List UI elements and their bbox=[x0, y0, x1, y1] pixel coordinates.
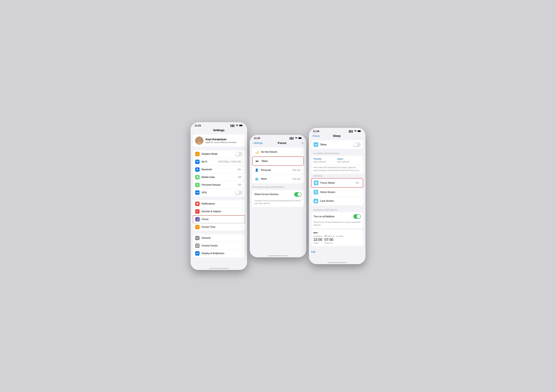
bluetooth-item[interactable]: B Bluetooth On › bbox=[193, 166, 245, 173]
hotspot-icon bbox=[195, 183, 200, 187]
svg-point-27 bbox=[316, 182, 317, 183]
screen-time-icon: ⏱ bbox=[195, 225, 200, 229]
focus-item-highlighted[interactable]: 🌙 Focus › bbox=[193, 215, 245, 223]
bedtime-day: Today bbox=[314, 242, 322, 244]
home-indicator-1 bbox=[191, 265, 247, 270]
allowed-people-apps-row[interactable]: People › None allowed Apps › None allowe… bbox=[311, 156, 363, 165]
battery-icon-3 bbox=[357, 130, 361, 133]
bluetooth-chevron: › bbox=[242, 168, 242, 171]
general-item[interactable]: ⚙ General › bbox=[193, 234, 245, 242]
personal-action: Set Up bbox=[293, 169, 300, 172]
profile-section[interactable]: Asya Karapetyan Apple ID, iCloud, Media … bbox=[193, 134, 245, 147]
wakeup-day: Tomorrow bbox=[324, 242, 344, 244]
notifications-item[interactable]: Notifications › bbox=[193, 200, 245, 208]
nav-bar-2: ‹ Settings Focus + bbox=[250, 141, 306, 146]
display-item[interactable]: AA Display & Brightness › bbox=[193, 250, 245, 257]
do-not-disturb-label: Do Not Disturb bbox=[261, 150, 301, 153]
share-item[interactable]: Share Across Devices bbox=[252, 190, 304, 199]
bedtime-toggle-item[interactable]: Turn on at Bedtime bbox=[311, 212, 363, 221]
general-label: General bbox=[201, 236, 242, 239]
airplane-mode-item[interactable]: ✈ Airplane Mode bbox=[193, 150, 245, 158]
status-time-3: 11:24 bbox=[313, 130, 319, 133]
share-section: Share Across Devices Turning a Focus on … bbox=[252, 190, 304, 207]
settings-group-connectivity: ✈ Airplane Mode Wi-Fi FRITZ!Box 7430 DW … bbox=[193, 150, 245, 196]
vpn-label: VPN bbox=[201, 191, 235, 194]
status-icons-3: ▌▌▌ bbox=[349, 130, 361, 133]
people-col[interactable]: People › None allowed bbox=[314, 157, 337, 163]
focus-back-button[interactable]: ‹ Settings bbox=[253, 142, 263, 145]
screen-time-item[interactable]: ⏱ Screen Time › bbox=[193, 223, 245, 231]
settings-scroll[interactable]: Asya Karapetyan Apple ID, iCloud, Media … bbox=[191, 133, 247, 265]
sleep-main-icon: 🛏 bbox=[314, 142, 318, 147]
focus-chevron-settings: › bbox=[242, 218, 242, 220]
control-centre-icon bbox=[195, 243, 200, 248]
svg-point-6 bbox=[198, 138, 201, 141]
next-section: Next 🛏 Bedtime 22:00 Today ⏰ Wake Up – N… bbox=[311, 230, 363, 246]
focus-add-button[interactable]: + bbox=[301, 141, 303, 145]
phone-settings: 11:23 ▌▌▌ Settings bbox=[191, 122, 247, 270]
wifi-icon-item bbox=[195, 160, 200, 164]
work-item[interactable]: Work Set Up › bbox=[252, 175, 304, 183]
vpn-toggle[interactable] bbox=[235, 190, 242, 195]
hotspot-label: Personal Hotspot bbox=[201, 183, 238, 186]
work-action: Set Up bbox=[293, 178, 300, 180]
edit-link[interactable]: Edit bbox=[309, 249, 365, 255]
home-indicator-3 bbox=[309, 259, 365, 264]
control-centre-item[interactable]: Control Centre › bbox=[193, 242, 245, 250]
signal-icon-2: ▌▌▌ bbox=[290, 137, 294, 140]
bedtime-toggle-label: Turn on at Bedtime bbox=[314, 215, 353, 218]
schedule-group: Turn on at Bedtime Sleep Focus will auto… bbox=[311, 212, 363, 228]
sounds-icon bbox=[195, 209, 200, 214]
sleep-scroll[interactable]: 🛏 Sleep ALLOWED NOTIFICATIONS People › N… bbox=[309, 139, 365, 259]
focus-status-highlighted[interactable]: Focus Status On › bbox=[311, 178, 363, 188]
do-not-disturb-item[interactable]: 🌙 Do Not Disturb › bbox=[252, 148, 304, 157]
sleep-main-label: Sleep bbox=[320, 143, 353, 146]
sounds-item[interactable]: Sounds & Haptics › bbox=[193, 208, 245, 215]
sounds-label: Sounds & Haptics bbox=[201, 210, 242, 213]
settings-group-system: ⚙ General › Control Centre › AA Display … bbox=[193, 234, 245, 257]
lock-screen-icon bbox=[314, 199, 318, 203]
hotspot-chevron: › bbox=[242, 184, 242, 186]
svg-rect-17 bbox=[198, 246, 199, 247]
vpn-icon: VPN bbox=[195, 190, 200, 195]
personal-icon: 👤 bbox=[254, 168, 259, 172]
home-screen-item[interactable]: Home Screen › bbox=[311, 188, 363, 197]
svg-point-23 bbox=[355, 132, 356, 132]
general-chevron: › bbox=[242, 237, 242, 239]
wifi-item[interactable]: Wi-Fi FRITZ!Box 7430 DW › bbox=[193, 158, 245, 166]
bluetooth-label: Bluetooth bbox=[201, 168, 238, 171]
share-toggle[interactable] bbox=[294, 192, 302, 197]
avatar bbox=[195, 137, 203, 145]
bedtime-toggle[interactable] bbox=[353, 214, 361, 219]
focus-label-settings: Focus bbox=[202, 218, 242, 221]
status-bar-1: 11:23 ▌▌▌ bbox=[191, 122, 247, 128]
sleep-item-highlighted[interactable]: 🛏 Sleep › bbox=[252, 157, 304, 166]
status-time-1: 11:23 bbox=[195, 124, 201, 127]
notifications-label: Notifications bbox=[201, 202, 242, 205]
personal-label: Personal bbox=[261, 169, 293, 172]
wifi-chevron: › bbox=[242, 161, 242, 163]
vpn-item[interactable]: VPN VPN bbox=[193, 189, 245, 196]
phone-sleep: 11:24 ▌▌▌ ‹ Focus Sleep 🛏 Sleep ALLOWED … bbox=[309, 128, 365, 264]
bedtime-col-label: 🛏 Bedtime bbox=[314, 235, 322, 237]
sleep-back-button[interactable]: ‹ Focus bbox=[312, 134, 320, 137]
sleep-main-item[interactable]: 🛏 Sleep bbox=[311, 140, 363, 149]
sleep-focus-item[interactable]: 🛏 Sleep › bbox=[253, 157, 303, 165]
mobile-data-item[interactable]: Mobile Data Off › bbox=[193, 173, 245, 181]
sounds-chevron: › bbox=[242, 210, 242, 213]
status-icons-1: ▌▌▌ bbox=[231, 125, 243, 127]
airplane-mode-toggle[interactable] bbox=[235, 152, 242, 156]
hotspot-item[interactable]: Personal Hotspot Off › bbox=[193, 181, 245, 189]
apps-col[interactable]: Apps › None allowed bbox=[337, 157, 361, 163]
lock-screen-item[interactable]: Lock Screen › bbox=[311, 197, 363, 205]
personal-item[interactable]: 👤 Personal Set Up › bbox=[252, 166, 304, 175]
do-not-disturb-chevron: › bbox=[301, 151, 302, 153]
focus-scroll[interactable]: 🌙 Do Not Disturb › 🛏 Sleep › 👤 Personal … bbox=[250, 146, 306, 252]
mobile-data-label: Mobile Data bbox=[201, 176, 238, 179]
sleep-main-toggle[interactable] bbox=[353, 142, 361, 147]
display-chevron: › bbox=[242, 252, 242, 255]
svg-point-0 bbox=[237, 126, 237, 126]
battery-icon bbox=[239, 125, 243, 127]
focus-status-item[interactable]: Focus Status On › bbox=[311, 179, 363, 187]
settings-group-notifications: Notifications › Sounds & Haptics › 🌙 Foc… bbox=[193, 200, 245, 231]
